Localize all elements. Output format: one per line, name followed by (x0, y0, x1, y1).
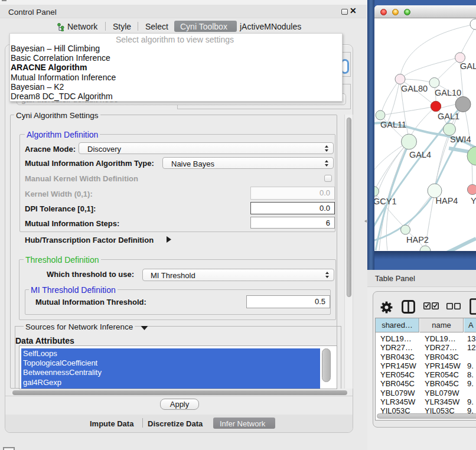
svg-text:Y5: Y5 (471, 196, 476, 206)
svg-text:GAL80: GAL80 (401, 84, 428, 93)
svg-text:HAP2: HAP2 (406, 235, 429, 244)
svg-text:GAL11: GAL11 (380, 120, 406, 129)
svg-text:GCY1: GCY1 (374, 197, 397, 206)
svg-text:GAL4: GAL4 (409, 150, 431, 159)
svg-text:GAL7: GAL7 (460, 61, 476, 71)
svg-text:SWI4: SWI4 (450, 135, 471, 144)
svg-text:GAL10: GAL10 (435, 88, 461, 97)
svg-text:GAL1: GAL1 (438, 112, 459, 121)
svg-text:HAP4: HAP4 (436, 196, 458, 206)
